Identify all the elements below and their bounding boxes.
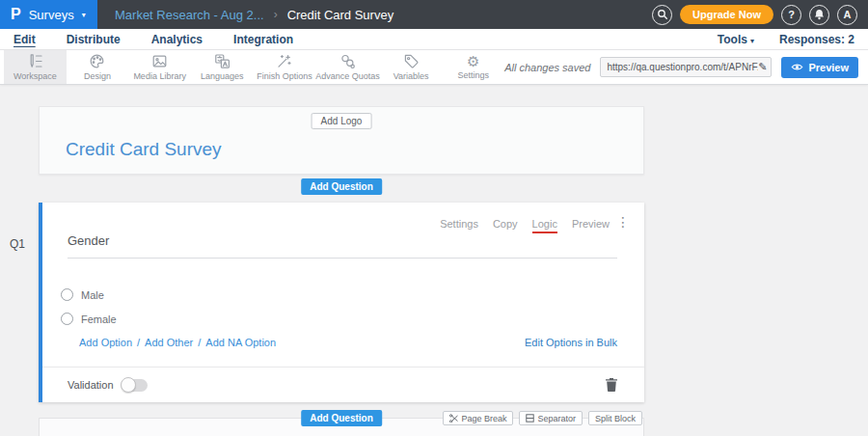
tool-finish-options[interactable]: Finish Options	[254, 50, 316, 84]
toolbar-right: All changes saved ✎ Preview	[504, 50, 868, 84]
questionpro-logo[interactable]: P	[11, 7, 21, 22]
tool-settings[interactable]: ⚙ Settings	[442, 50, 504, 84]
responses-link[interactable]: Responses: 2	[779, 33, 854, 46]
split-block-button[interactable]: Split Block	[588, 411, 642, 425]
add-logo-button[interactable]: Add Logo	[312, 113, 372, 129]
survey-header-card: Add Logo Credit Card Survey	[39, 106, 644, 175]
question-settings-link[interactable]: Settings	[440, 218, 478, 233]
question-actions: Settings Copy Logic Preview	[440, 218, 610, 233]
radio-button[interactable]	[61, 288, 73, 301]
save-status: All changes saved	[504, 62, 590, 73]
option-links: Add Option / Add Other / Add NA Option	[79, 337, 276, 348]
tab-integration[interactable]: Integration	[233, 33, 293, 46]
image-icon	[151, 53, 168, 69]
upgrade-now-button[interactable]: Upgrade Now	[680, 5, 773, 24]
tab-distribute[interactable]: Distribute	[67, 33, 121, 46]
question-copy-link[interactable]: Copy	[493, 218, 518, 233]
question-text-underline	[68, 258, 617, 259]
link-separator: /	[198, 337, 201, 348]
question-footer: Validation	[42, 367, 644, 402]
survey-title[interactable]: Credit Card Survey	[66, 139, 222, 160]
workspace-icon	[27, 53, 43, 69]
breadcrumb-folder[interactable]: Market Research - Aug 2...	[115, 8, 264, 22]
validation-toggle[interactable]	[122, 379, 148, 392]
survey-url-input[interactable]	[607, 62, 758, 72]
page-break-button[interactable]: Page Break	[443, 411, 513, 425]
radio-button[interactable]	[61, 313, 73, 325]
preview-button[interactable]: Preview	[781, 57, 858, 78]
translate-icon	[214, 53, 231, 69]
add-question-button-bottom[interactable]: Add Question	[301, 410, 382, 426]
validation-label: Validation	[68, 379, 114, 391]
surveys-menu[interactable]: P Surveys ▾	[0, 0, 97, 29]
toggle-knob	[121, 377, 136, 393]
option-row: Female	[61, 313, 117, 325]
add-option-link[interactable]: Add Option	[79, 337, 132, 348]
scissors-icon	[449, 414, 458, 422]
tag-icon	[403, 53, 420, 69]
palette-icon	[89, 53, 105, 69]
tool-design[interactable]: Design	[67, 50, 129, 84]
topbar-actions: Upgrade Now ? A	[652, 5, 868, 25]
edit-toolbar: Workspace Design Media Library Languages	[0, 50, 868, 85]
trash-icon	[606, 378, 617, 392]
question-logic-link[interactable]: Logic	[532, 218, 557, 233]
chain-links-icon	[339, 53, 356, 69]
block-tools: Page Break Separator Split Block	[443, 411, 642, 425]
kebab-menu-icon[interactable]: ⋮	[616, 215, 630, 229]
tool-workspace[interactable]: Workspace	[4, 50, 67, 84]
avatar[interactable]: A	[837, 5, 857, 25]
tab-edit[interactable]: Edit	[14, 33, 36, 46]
product-label: Surveys	[29, 8, 74, 22]
survey-nav: Edit Distribute Analytics Integration To…	[0, 29, 868, 50]
help-button[interactable]: ?	[781, 5, 801, 25]
tools-menu[interactable]: Tools▾	[718, 33, 754, 46]
question-card: Settings Copy Logic Preview ⋮ Gender Mal…	[39, 203, 644, 402]
question-preview-link[interactable]: Preview	[572, 218, 610, 233]
search-icon	[657, 9, 668, 20]
bell-icon	[814, 9, 825, 20]
breadcrumb-survey-name: Credit Card Survey	[287, 8, 394, 22]
tool-advance-quotas[interactable]: Advance Quotas	[315, 50, 380, 84]
tab-analytics[interactable]: Analytics	[151, 33, 203, 46]
search-button[interactable]	[652, 5, 672, 25]
top-bar: P Surveys ▾ Market Research - Aug 2... ›…	[0, 0, 868, 29]
chevron-down-icon: ▾	[750, 37, 754, 45]
delete-question-button[interactable]	[606, 378, 617, 392]
breadcrumb-separator-icon: ›	[274, 8, 278, 21]
survey-url-box: ✎	[600, 57, 772, 77]
option-label[interactable]: Female	[81, 313, 117, 325]
edit-options-in-bulk-link[interactable]: Edit Options in Bulk	[525, 337, 617, 348]
nav-right: Tools▾ Responses: 2	[718, 33, 854, 46]
chevron-down-icon: ▾	[82, 11, 86, 19]
add-question-button-top[interactable]: Add Question	[301, 178, 382, 195]
edit-url-pencil-icon[interactable]: ✎	[758, 62, 767, 72]
question-number: Q1	[10, 237, 25, 251]
nav-links: Edit Distribute Analytics Integration	[14, 33, 293, 46]
tool-media-library[interactable]: Media Library	[128, 50, 191, 84]
tool-variables[interactable]: Variables	[380, 50, 443, 84]
separator-icon	[526, 414, 534, 422]
separator-button[interactable]: Separator	[519, 411, 583, 425]
magic-wand-icon	[276, 53, 292, 69]
notifications-button[interactable]	[809, 5, 829, 25]
option-label[interactable]: Male	[81, 289, 104, 301]
question-text[interactable]: Gender	[68, 233, 109, 248]
add-na-option-link[interactable]: Add NA Option	[205, 337, 276, 348]
add-other-link[interactable]: Add Other	[145, 337, 193, 348]
link-separator: /	[137, 337, 140, 348]
eye-icon	[791, 63, 803, 71]
gear-icon: ⚙	[467, 54, 479, 68]
tool-languages[interactable]: Languages	[191, 50, 254, 84]
option-row: Male	[61, 288, 104, 301]
